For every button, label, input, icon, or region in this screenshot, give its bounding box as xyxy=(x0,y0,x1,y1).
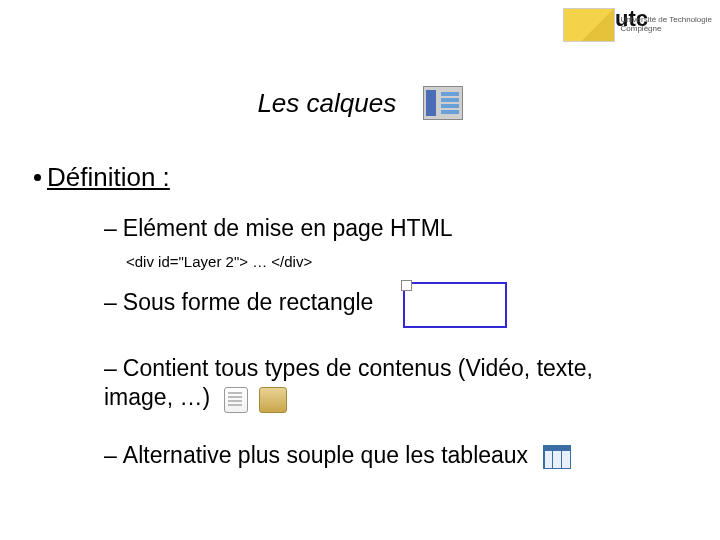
item-rectangle-text: Sous forme de rectangle xyxy=(123,289,374,315)
logo-icon xyxy=(563,8,615,42)
layers-panel-icon xyxy=(423,86,463,120)
document-icon xyxy=(224,387,248,413)
dash-icon: – xyxy=(104,289,117,315)
body-list: –Elément de mise en page HTML <div id="L… xyxy=(104,214,664,480)
item-html-element-text: Elément de mise en page HTML xyxy=(123,215,453,241)
item-contents: –Contient tous types de contenus (Vidéo,… xyxy=(104,354,664,413)
bullet-definition-label: Définition : xyxy=(47,162,170,192)
logo-block: Université de Technologie Compiègne xyxy=(563,8,712,42)
content-icons xyxy=(220,384,286,413)
item-alternative: –Alternative plus souple que les tableau… xyxy=(104,441,664,470)
logo-subtext: Université de Technologie Compiègne xyxy=(621,16,712,34)
bullet-dot-icon xyxy=(34,174,41,181)
slide-title: Les calques xyxy=(257,88,396,119)
item-alternative-text: Alternative plus souple que les tableaux xyxy=(123,442,528,468)
table-icon xyxy=(543,445,571,469)
item-html-element: –Elément de mise en page HTML xyxy=(104,214,664,243)
slide-title-row: Les calques xyxy=(0,86,720,120)
dash-icon: – xyxy=(104,215,117,241)
dash-icon: – xyxy=(104,355,117,381)
resize-handle-icon xyxy=(401,280,412,291)
item-contents-text: Contient tous types de contenus (Vidéo, … xyxy=(104,355,593,410)
code-example: <div id="Layer 2"> … </div> xyxy=(126,253,664,270)
item-rectangle: –Sous forme de rectangle xyxy=(104,280,664,326)
logo-subtext-line2: Compiègne xyxy=(621,25,712,34)
dash-icon: – xyxy=(104,442,117,468)
bullet-definition: Définition : xyxy=(34,162,170,193)
rectangle-icon xyxy=(403,282,507,328)
components-icon xyxy=(259,387,287,413)
